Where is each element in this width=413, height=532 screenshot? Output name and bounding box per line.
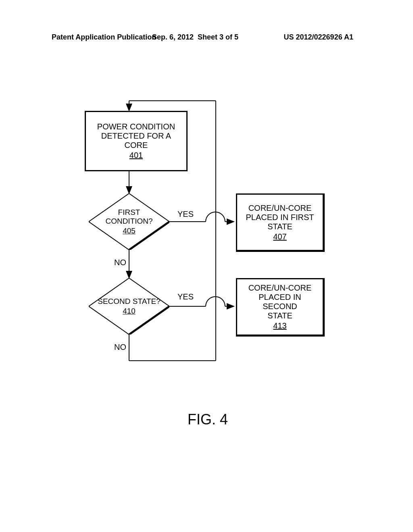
decision-405: FIRST CONDITION? 405 xyxy=(89,193,169,250)
flowchart-arrows xyxy=(0,0,413,532)
step-401-line1: POWER CONDITION xyxy=(97,122,175,131)
page-container: Patent Application Publication Sep. 6, 2… xyxy=(0,0,413,532)
step-413-line3: STATE xyxy=(267,311,292,320)
step-413: CORE/UN-CORE PLACED IN SECOND STATE 413 xyxy=(236,278,325,337)
step-401-ref: 401 xyxy=(129,151,143,160)
decision-410-yes-label: YES xyxy=(177,292,194,301)
step-407-ref: 407 xyxy=(273,232,286,241)
sheet-number: Sheet 3 of 5 xyxy=(198,33,238,42)
step-413-line1: CORE/UN-CORE xyxy=(248,283,312,293)
decision-405-ref: 405 xyxy=(123,227,136,235)
decision-405-no-label: NO xyxy=(114,258,126,267)
publication-date: Sep. 6, 2012 xyxy=(152,33,194,42)
decision-410-line1: SECOND STATE? xyxy=(98,297,161,306)
decision-410-text: SECOND STATE? 410 xyxy=(89,278,169,335)
decision-410-no-label: NO xyxy=(114,343,126,352)
step-407-line1: CORE/UN-CORE xyxy=(248,204,312,213)
step-401-line2: DETECTED FOR A CORE xyxy=(89,131,183,150)
decision-405-yes-label: YES xyxy=(177,210,194,219)
step-401: POWER CONDITION DETECTED FOR A CORE 401 xyxy=(85,111,188,171)
step-407: CORE/UN-CORE PLACED IN FIRST STATE 407 xyxy=(236,193,325,252)
step-413-line2: PLACED IN SECOND xyxy=(240,293,319,311)
figure-label: FIG. 4 xyxy=(188,411,228,428)
decision-410-ref: 410 xyxy=(123,307,136,316)
step-413-ref: 413 xyxy=(273,321,286,330)
step-407-line2: PLACED IN FIRST xyxy=(246,213,314,222)
publication-type: Patent Application Publication xyxy=(52,33,156,42)
decision-405-line1: FIRST xyxy=(118,208,140,217)
publication-number: US 2012/0226926 A1 xyxy=(284,33,353,42)
step-407-line3: STATE xyxy=(267,222,292,231)
decision-410: SECOND STATE? 410 xyxy=(89,278,169,335)
decision-405-line2: CONDITION? xyxy=(105,217,152,226)
decision-405-text: FIRST CONDITION? 405 xyxy=(89,193,169,250)
